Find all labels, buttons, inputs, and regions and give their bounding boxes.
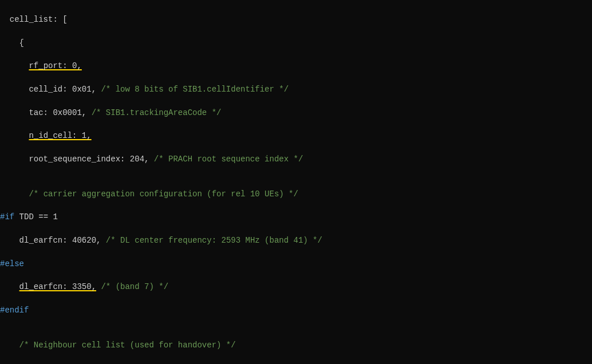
code-comment: /* DL center frequency: 2593 MHz (band 4… xyxy=(106,236,322,245)
code-text: tac: 0x0001, xyxy=(0,108,92,117)
code-line: cell_list: [ xyxy=(0,14,592,25)
code-text: { xyxy=(0,38,24,48)
code-line: cell_id: 0x01, /* low 8 bits of SIB1.cel… xyxy=(0,84,592,95)
code-comment: /* PRACH root sequence index */ xyxy=(154,155,303,164)
code-text xyxy=(0,341,19,350)
code-text xyxy=(0,189,29,199)
code-text xyxy=(0,131,29,140)
preprocessor-directive: #else xyxy=(0,259,24,268)
code-text: dl_earfcn: 40620, xyxy=(0,236,106,245)
code-line: { xyxy=(0,37,592,49)
code-line: #endif xyxy=(0,304,592,316)
code-comment: /* (band 7) */ xyxy=(101,282,168,291)
code-line: rf_port: 0, xyxy=(0,60,592,72)
code-text-underlined: rf_port: 0, xyxy=(29,61,81,70)
code-line: dl_earfcn: 3350, /* (band 7) */ xyxy=(0,281,592,292)
code-line: root_sequence_index: 204, /* PRACH root … xyxy=(0,153,592,165)
code-comment: /* Neighbour cell list (used for handove… xyxy=(19,341,236,350)
code-line: n_id_cell: 1, xyxy=(0,130,592,141)
code-editor[interactable]: cell_list: [ { rf_port: 0, cell_id: 0x01… xyxy=(0,0,592,364)
code-text: cell_list: [ xyxy=(0,15,68,24)
code-text: cell_id: 0x01, xyxy=(0,85,101,94)
code-line: /* Neighbour cell list (used for handove… xyxy=(0,339,592,351)
code-comment: /* low 8 bits of SIB1.cellIdentifier */ xyxy=(101,85,289,94)
code-line: /* carrier aggregation configuration (fo… xyxy=(0,188,592,200)
code-text-underlined: n_id_cell: 1, xyxy=(29,131,91,140)
preprocessor-directive: #if xyxy=(0,212,14,221)
code-line: #else xyxy=(0,258,592,270)
code-comment: /* carrier aggregation configuration (fo… xyxy=(29,189,298,199)
code-line: #if TDD == 1 xyxy=(0,211,592,223)
code-comment: /* SIB1.trackingAreaCode */ xyxy=(92,108,222,117)
code-text xyxy=(0,61,29,70)
code-text: root_sequence_index: 204, xyxy=(0,155,154,164)
preprocessor-directive: #endif xyxy=(0,306,29,315)
code-text: TDD == 1 xyxy=(14,212,58,221)
code-line: tac: 0x0001, /* SIB1.trackingAreaCode */ xyxy=(0,107,592,118)
code-text xyxy=(0,282,19,291)
code-text-underlined: dl_earfcn: 3350, xyxy=(19,282,96,291)
code-line: dl_earfcn: 40620, /* DL center frequency… xyxy=(0,235,592,246)
